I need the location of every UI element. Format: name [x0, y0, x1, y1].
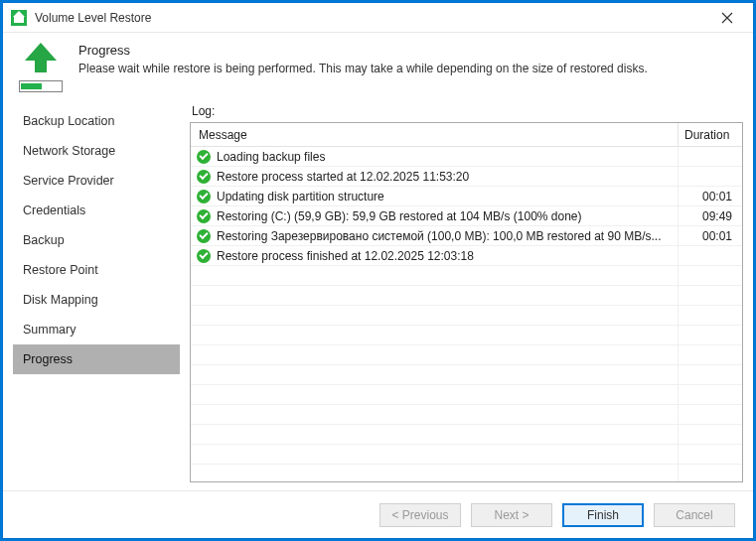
sidebar: Backup LocationNetwork StorageService Pr… [13, 100, 180, 482]
col-duration[interactable]: Duration [679, 128, 742, 142]
success-icon [197, 190, 211, 203]
success-icon [197, 150, 211, 164]
log-label: Log: [192, 104, 743, 118]
window-title: Volume Level Restore [35, 11, 707, 25]
empty-row [191, 445, 742, 465]
log-message: Restoring (C:) (59,9 GB): 59,9 GB restor… [191, 206, 679, 225]
sidebar-item[interactable]: Restore Point [13, 255, 180, 285]
log-row[interactable]: Restoring (C:) (59,9 GB): 59,9 GB restor… [191, 206, 742, 226]
app-icon [11, 10, 27, 26]
sidebar-item[interactable]: Progress [13, 344, 180, 374]
close-button[interactable] [707, 4, 747, 32]
empty-row [191, 266, 742, 286]
empty-row [191, 345, 742, 365]
log-row[interactable]: Loading backup files [191, 147, 742, 167]
finish-button[interactable]: Finish [562, 503, 644, 527]
success-icon [197, 209, 211, 223]
log-message: Loading backup files [191, 147, 679, 166]
up-arrow-icon [25, 43, 57, 61]
sidebar-item[interactable]: Backup Location [13, 106, 180, 136]
empty-row [191, 465, 742, 481]
body: Backup LocationNetwork StorageService Pr… [3, 100, 753, 490]
success-icon [197, 229, 211, 243]
col-message[interactable]: Message [191, 123, 679, 146]
empty-row [191, 405, 742, 425]
empty-row [191, 326, 742, 345]
main: Log: Message Duration Loading backup fil… [190, 100, 743, 482]
page-subtitle: Please wait while restore is being perfo… [78, 62, 648, 75]
header-text: Progress Please wait while restore is be… [78, 43, 648, 75]
next-button: Next > [471, 503, 552, 527]
log-row[interactable]: Restore process finished at 12.02.2025 1… [191, 246, 742, 266]
log-rows: Loading backup filesRestore process star… [191, 147, 742, 481]
window: Volume Level Restore Progress Please wai… [3, 3, 753, 538]
log-row[interactable]: Restore process started at 12.02.2025 11… [191, 167, 742, 187]
success-icon [197, 249, 211, 263]
empty-row [191, 365, 742, 385]
log-row[interactable]: Updating disk partition structure00:01 [191, 187, 742, 206]
sidebar-item[interactable]: Disk Mapping [13, 285, 180, 315]
previous-button: < Previous [379, 503, 461, 527]
log-duration: 09:49 [679, 209, 742, 223]
log-header: Message Duration [191, 123, 742, 147]
empty-row [191, 286, 742, 306]
log-message: Updating disk partition structure [191, 187, 679, 205]
sidebar-item[interactable]: Summary [13, 315, 180, 344]
header-icon [17, 43, 65, 92]
sidebar-item[interactable]: Backup [13, 225, 180, 255]
footer: < Previous Next > Finish Cancel [3, 490, 753, 538]
sidebar-item[interactable]: Service Provider [13, 166, 180, 196]
empty-row [191, 425, 742, 445]
log-duration: 00:01 [679, 229, 742, 243]
empty-row [191, 306, 742, 326]
sidebar-item[interactable]: Network Storage [13, 136, 180, 166]
header: Progress Please wait while restore is be… [3, 33, 753, 100]
log-box: Message Duration Loading backup filesRes… [190, 122, 743, 482]
cancel-button: Cancel [654, 503, 735, 527]
log-row[interactable]: Restoring Зарезервировано системой (100,… [191, 226, 742, 246]
titlebar: Volume Level Restore [3, 3, 753, 33]
log-message: Restore process started at 12.02.2025 11… [191, 167, 679, 186]
sidebar-item[interactable]: Credentials [13, 196, 180, 225]
progress-bar-icon [19, 80, 63, 92]
log-message: Restore process finished at 12.02.2025 1… [191, 246, 679, 265]
success-icon [197, 170, 211, 184]
close-icon [721, 12, 733, 24]
page-title: Progress [78, 43, 648, 58]
empty-row [191, 385, 742, 405]
log-duration: 00:01 [679, 190, 742, 203]
log-message: Restoring Зарезервировано системой (100,… [191, 226, 679, 245]
